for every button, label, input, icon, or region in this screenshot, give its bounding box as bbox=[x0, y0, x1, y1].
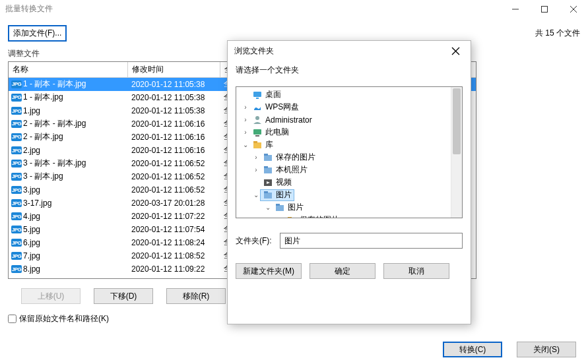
add-file-button[interactable]: 添加文件(F)... bbox=[8, 25, 67, 42]
file-name-text: 5.jpg bbox=[23, 225, 40, 234]
tree-item-label: 保存的图片 bbox=[276, 152, 315, 163]
file-name-cell: JPG8.jpg bbox=[9, 262, 127, 276]
caret-placeholder: · bbox=[276, 216, 284, 218]
move-up-button[interactable]: 上移(U) bbox=[21, 288, 81, 304]
folder-name-input[interactable] bbox=[280, 233, 463, 249]
jpg-icon: JPG bbox=[11, 94, 22, 102]
folder-tree[interactable]: ·桌面›WPS网盘›Administrator›此电脑⌄库›保存的图片›本机照片… bbox=[236, 86, 463, 218]
file-name-cell: JPG1 - 副本 - 副本.jpg bbox=[9, 78, 127, 92]
tree-item[interactable]: ·视频 bbox=[239, 176, 462, 189]
folder-icon bbox=[286, 215, 297, 219]
tree-item-label: 图片 bbox=[288, 202, 304, 213]
libitem-icon bbox=[263, 165, 273, 175]
svg-rect-22 bbox=[276, 204, 280, 206]
tree-item[interactable]: ›WPS网盘 bbox=[239, 101, 462, 113]
caret-placeholder: · bbox=[242, 91, 249, 98]
browse-dialog-close-button[interactable] bbox=[444, 44, 467, 58]
svg-rect-10 bbox=[255, 135, 259, 136]
tree-item[interactable]: ›Administrator bbox=[239, 113, 462, 126]
svg-rect-7 bbox=[256, 98, 259, 99]
move-down-button[interactable]: 下移(D) bbox=[94, 288, 153, 304]
tree-scrollbar-thumb[interactable] bbox=[453, 88, 461, 154]
file-date-cell: 2020-01-12 11:05:38 bbox=[127, 104, 220, 117]
keep-original-checkbox[interactable] bbox=[8, 315, 16, 323]
tree-item[interactable]: ·桌面 bbox=[239, 88, 462, 101]
convert-button[interactable]: 转换(C) bbox=[443, 342, 502, 357]
tree-item[interactable]: ›此电脑 bbox=[239, 126, 462, 138]
jpg-icon: JPG bbox=[11, 146, 22, 154]
chevron-right-icon[interactable]: › bbox=[242, 104, 249, 111]
svg-rect-19 bbox=[264, 193, 272, 198]
file-date-cell: 2020-01-12 11:06:52 bbox=[127, 183, 220, 197]
file-count-label: 共 15 个文件 bbox=[535, 28, 580, 39]
file-name-cell: JPG4.jpg bbox=[9, 210, 127, 223]
chevron-down-icon[interactable]: ⌄ bbox=[252, 191, 260, 198]
jpg-icon: JPG bbox=[11, 173, 22, 181]
chevron-down-icon[interactable]: ⌄ bbox=[242, 141, 249, 148]
file-name-text: 3-17.jpg bbox=[23, 198, 51, 208]
libitem-icon bbox=[263, 190, 273, 200]
tree-item-label: 保存的图片 bbox=[300, 214, 339, 218]
file-name-text: 2.jpg bbox=[23, 146, 40, 155]
tree-item[interactable]: ›本机照片 bbox=[239, 164, 462, 176]
tree-item-label: Administrator bbox=[265, 115, 312, 125]
file-name-cell: JPG3 - 副本.jpg bbox=[9, 170, 127, 183]
tree-item[interactable]: ·保存的图片 bbox=[239, 214, 462, 218]
col-name-header[interactable]: 名称 bbox=[9, 62, 127, 78]
file-name-cell: JPG3.jpg bbox=[9, 183, 127, 197]
file-name-text: 2 - 副本.jpg bbox=[23, 132, 63, 141]
col-date-header[interactable]: 修改时间 bbox=[127, 62, 220, 78]
minimize-button[interactable] bbox=[501, 0, 530, 18]
jpg-icon: JPG bbox=[11, 80, 22, 88]
tree-item[interactable]: ⌄图片 bbox=[239, 189, 462, 201]
tree-item-label: WPS网盘 bbox=[265, 102, 299, 113]
chevron-right-icon[interactable]: › bbox=[252, 154, 260, 161]
file-name-text: 2 - 副本 - 副本.jpg bbox=[23, 119, 86, 128]
window-controls bbox=[501, 0, 588, 18]
file-name-cell: JPG1 - 副本.jpg bbox=[9, 91, 127, 104]
browse-dialog-titlebar: 浏览文件夹 bbox=[228, 41, 471, 61]
folder-name-label: 文件夹(F): bbox=[236, 235, 272, 247]
jpg-icon: JPG bbox=[11, 212, 22, 220]
libitem-icon bbox=[275, 202, 285, 213]
chevron-right-icon[interactable]: › bbox=[242, 129, 249, 136]
tree-scrollbar[interactable] bbox=[451, 87, 462, 218]
file-name-text: 4.jpg bbox=[23, 212, 40, 221]
video-icon bbox=[263, 177, 273, 188]
maximize-button[interactable] bbox=[530, 0, 559, 18]
tree-item-label: 视频 bbox=[276, 177, 292, 188]
jpg-icon: JPG bbox=[11, 265, 22, 273]
file-date-cell: 2020-01-12 11:05:38 bbox=[127, 78, 220, 92]
jpg-icon: JPG bbox=[11, 239, 22, 247]
libitem-icon bbox=[263, 152, 273, 163]
chevron-down-icon[interactable]: ⌄ bbox=[264, 204, 272, 211]
file-name-cell: JPG3-17.jpg bbox=[9, 197, 127, 210]
jpg-icon: JPG bbox=[11, 120, 22, 128]
jpg-icon: JPG bbox=[11, 199, 22, 207]
chevron-right-icon[interactable]: › bbox=[242, 116, 249, 123]
file-name-cell: JPG1.jpg bbox=[9, 104, 127, 117]
tree-item-label: 桌面 bbox=[265, 89, 281, 100]
main-titlebar: 批量转换文件 bbox=[0, 0, 588, 18]
footer-buttons: 转换(C) 关闭(S) bbox=[443, 342, 576, 357]
remove-button[interactable]: 移除(R) bbox=[166, 288, 226, 304]
file-date-cell: 2020-01-12 11:07:54 bbox=[127, 223, 220, 236]
jpg-icon: JPG bbox=[11, 186, 22, 194]
ok-button[interactable]: 确定 bbox=[310, 263, 376, 279]
tree-item[interactable]: ⌄图片 bbox=[239, 201, 462, 214]
chevron-right-icon[interactable]: › bbox=[252, 166, 260, 173]
svg-rect-14 bbox=[264, 154, 268, 156]
file-date-cell: 2020-01-12 11:06:52 bbox=[127, 157, 220, 170]
svg-rect-24 bbox=[288, 217, 292, 219]
file-name-text: 3.jpg bbox=[23, 185, 40, 195]
svg-rect-16 bbox=[264, 166, 268, 168]
cancel-button[interactable]: 取消 bbox=[383, 263, 449, 279]
wps-icon bbox=[252, 102, 263, 113]
new-folder-button[interactable]: 新建文件夹(M) bbox=[236, 263, 302, 279]
close-button[interactable] bbox=[559, 0, 588, 18]
file-name-cell: JPG2 - 副本.jpg bbox=[9, 131, 127, 144]
tree-item-label: 本机照片 bbox=[276, 164, 308, 175]
close-dialog-button[interactable]: 关闭(S) bbox=[517, 342, 576, 357]
tree-item[interactable]: ⌄库 bbox=[239, 138, 462, 151]
tree-item[interactable]: ›保存的图片 bbox=[239, 151, 462, 164]
